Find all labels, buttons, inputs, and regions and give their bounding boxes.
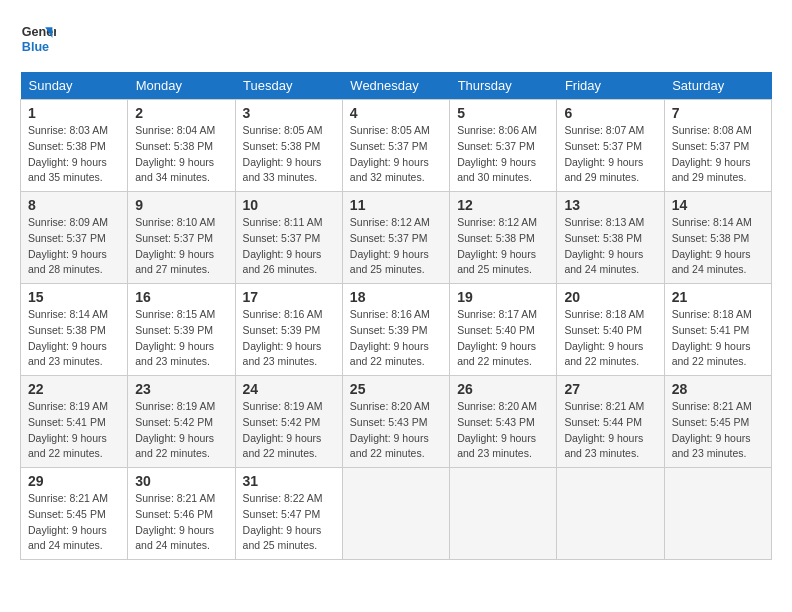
calendar-cell: 3 Sunrise: 8:05 AMSunset: 5:38 PMDayligh… xyxy=(235,100,342,192)
day-detail: Sunrise: 8:03 AMSunset: 5:38 PMDaylight:… xyxy=(28,124,108,183)
day-detail: Sunrise: 8:19 AMSunset: 5:41 PMDaylight:… xyxy=(28,400,108,459)
day-number: 5 xyxy=(457,105,549,121)
calendar-cell: 24 Sunrise: 8:19 AMSunset: 5:42 PMDaylig… xyxy=(235,376,342,468)
day-detail: Sunrise: 8:04 AMSunset: 5:38 PMDaylight:… xyxy=(135,124,215,183)
day-detail: Sunrise: 8:21 AMSunset: 5:44 PMDaylight:… xyxy=(564,400,644,459)
calendar-week-row: 22 Sunrise: 8:19 AMSunset: 5:41 PMDaylig… xyxy=(21,376,772,468)
calendar-cell: 28 Sunrise: 8:21 AMSunset: 5:45 PMDaylig… xyxy=(664,376,771,468)
day-number: 13 xyxy=(564,197,656,213)
day-detail: Sunrise: 8:06 AMSunset: 5:37 PMDaylight:… xyxy=(457,124,537,183)
day-detail: Sunrise: 8:09 AMSunset: 5:37 PMDaylight:… xyxy=(28,216,108,275)
calendar-cell: 10 Sunrise: 8:11 AMSunset: 5:37 PMDaylig… xyxy=(235,192,342,284)
day-number: 27 xyxy=(564,381,656,397)
calendar-table: Sunday Monday Tuesday Wednesday Thursday… xyxy=(20,72,772,560)
calendar-cell: 30 Sunrise: 8:21 AMSunset: 5:46 PMDaylig… xyxy=(128,468,235,560)
header-friday: Friday xyxy=(557,72,664,100)
day-number: 9 xyxy=(135,197,227,213)
day-number: 18 xyxy=(350,289,442,305)
calendar-cell: 22 Sunrise: 8:19 AMSunset: 5:41 PMDaylig… xyxy=(21,376,128,468)
day-detail: Sunrise: 8:05 AMSunset: 5:37 PMDaylight:… xyxy=(350,124,430,183)
header-sunday: Sunday xyxy=(21,72,128,100)
day-number: 3 xyxy=(243,105,335,121)
calendar-cell: 12 Sunrise: 8:12 AMSunset: 5:38 PMDaylig… xyxy=(450,192,557,284)
day-detail: Sunrise: 8:21 AMSunset: 5:45 PMDaylight:… xyxy=(28,492,108,551)
calendar-cell: 9 Sunrise: 8:10 AMSunset: 5:37 PMDayligh… xyxy=(128,192,235,284)
calendar-week-row: 1 Sunrise: 8:03 AMSunset: 5:38 PMDayligh… xyxy=(21,100,772,192)
logo-icon: General Blue xyxy=(20,20,56,56)
calendar-cell: 27 Sunrise: 8:21 AMSunset: 5:44 PMDaylig… xyxy=(557,376,664,468)
day-detail: Sunrise: 8:05 AMSunset: 5:38 PMDaylight:… xyxy=(243,124,323,183)
header-saturday: Saturday xyxy=(664,72,771,100)
day-number: 23 xyxy=(135,381,227,397)
calendar-week-row: 29 Sunrise: 8:21 AMSunset: 5:45 PMDaylig… xyxy=(21,468,772,560)
calendar-week-row: 8 Sunrise: 8:09 AMSunset: 5:37 PMDayligh… xyxy=(21,192,772,284)
calendar-cell: 14 Sunrise: 8:14 AMSunset: 5:38 PMDaylig… xyxy=(664,192,771,284)
day-number: 6 xyxy=(564,105,656,121)
day-number: 14 xyxy=(672,197,764,213)
day-detail: Sunrise: 8:15 AMSunset: 5:39 PMDaylight:… xyxy=(135,308,215,367)
day-detail: Sunrise: 8:13 AMSunset: 5:38 PMDaylight:… xyxy=(564,216,644,275)
calendar-cell: 4 Sunrise: 8:05 AMSunset: 5:37 PMDayligh… xyxy=(342,100,449,192)
day-detail: Sunrise: 8:16 AMSunset: 5:39 PMDaylight:… xyxy=(350,308,430,367)
logo: General Blue xyxy=(20,20,56,56)
calendar-cell xyxy=(342,468,449,560)
day-detail: Sunrise: 8:20 AMSunset: 5:43 PMDaylight:… xyxy=(350,400,430,459)
calendar-cell: 1 Sunrise: 8:03 AMSunset: 5:38 PMDayligh… xyxy=(21,100,128,192)
day-detail: Sunrise: 8:19 AMSunset: 5:42 PMDaylight:… xyxy=(135,400,215,459)
calendar-cell xyxy=(450,468,557,560)
calendar-cell: 2 Sunrise: 8:04 AMSunset: 5:38 PMDayligh… xyxy=(128,100,235,192)
day-detail: Sunrise: 8:21 AMSunset: 5:45 PMDaylight:… xyxy=(672,400,752,459)
day-number: 30 xyxy=(135,473,227,489)
day-number: 22 xyxy=(28,381,120,397)
calendar-cell xyxy=(557,468,664,560)
calendar-cell: 17 Sunrise: 8:16 AMSunset: 5:39 PMDaylig… xyxy=(235,284,342,376)
day-number: 12 xyxy=(457,197,549,213)
svg-text:Blue: Blue xyxy=(22,40,49,54)
day-detail: Sunrise: 8:18 AMSunset: 5:41 PMDaylight:… xyxy=(672,308,752,367)
day-number: 16 xyxy=(135,289,227,305)
day-number: 10 xyxy=(243,197,335,213)
calendar-cell: 29 Sunrise: 8:21 AMSunset: 5:45 PMDaylig… xyxy=(21,468,128,560)
day-number: 25 xyxy=(350,381,442,397)
calendar-cell xyxy=(664,468,771,560)
calendar-cell: 13 Sunrise: 8:13 AMSunset: 5:38 PMDaylig… xyxy=(557,192,664,284)
day-number: 8 xyxy=(28,197,120,213)
day-number: 7 xyxy=(672,105,764,121)
day-number: 17 xyxy=(243,289,335,305)
calendar-cell: 7 Sunrise: 8:08 AMSunset: 5:37 PMDayligh… xyxy=(664,100,771,192)
day-number: 28 xyxy=(672,381,764,397)
day-detail: Sunrise: 8:16 AMSunset: 5:39 PMDaylight:… xyxy=(243,308,323,367)
calendar-cell: 18 Sunrise: 8:16 AMSunset: 5:39 PMDaylig… xyxy=(342,284,449,376)
day-detail: Sunrise: 8:14 AMSunset: 5:38 PMDaylight:… xyxy=(672,216,752,275)
header-monday: Monday xyxy=(128,72,235,100)
day-number: 29 xyxy=(28,473,120,489)
day-number: 15 xyxy=(28,289,120,305)
header-tuesday: Tuesday xyxy=(235,72,342,100)
calendar-cell: 15 Sunrise: 8:14 AMSunset: 5:38 PMDaylig… xyxy=(21,284,128,376)
day-number: 4 xyxy=(350,105,442,121)
day-number: 2 xyxy=(135,105,227,121)
day-number: 19 xyxy=(457,289,549,305)
day-detail: Sunrise: 8:12 AMSunset: 5:38 PMDaylight:… xyxy=(457,216,537,275)
calendar-cell: 19 Sunrise: 8:17 AMSunset: 5:40 PMDaylig… xyxy=(450,284,557,376)
day-detail: Sunrise: 8:07 AMSunset: 5:37 PMDaylight:… xyxy=(564,124,644,183)
header-thursday: Thursday xyxy=(450,72,557,100)
day-detail: Sunrise: 8:14 AMSunset: 5:38 PMDaylight:… xyxy=(28,308,108,367)
page-header: General Blue xyxy=(20,20,772,56)
calendar-cell: 6 Sunrise: 8:07 AMSunset: 5:37 PMDayligh… xyxy=(557,100,664,192)
day-detail: Sunrise: 8:11 AMSunset: 5:37 PMDaylight:… xyxy=(243,216,323,275)
day-detail: Sunrise: 8:17 AMSunset: 5:40 PMDaylight:… xyxy=(457,308,537,367)
day-detail: Sunrise: 8:19 AMSunset: 5:42 PMDaylight:… xyxy=(243,400,323,459)
day-number: 20 xyxy=(564,289,656,305)
day-detail: Sunrise: 8:22 AMSunset: 5:47 PMDaylight:… xyxy=(243,492,323,551)
calendar-cell: 26 Sunrise: 8:20 AMSunset: 5:43 PMDaylig… xyxy=(450,376,557,468)
day-number: 21 xyxy=(672,289,764,305)
calendar-body: 1 Sunrise: 8:03 AMSunset: 5:38 PMDayligh… xyxy=(21,100,772,560)
calendar-cell: 23 Sunrise: 8:19 AMSunset: 5:42 PMDaylig… xyxy=(128,376,235,468)
day-number: 24 xyxy=(243,381,335,397)
day-number: 26 xyxy=(457,381,549,397)
day-number: 11 xyxy=(350,197,442,213)
calendar-cell: 5 Sunrise: 8:06 AMSunset: 5:37 PMDayligh… xyxy=(450,100,557,192)
header-wednesday: Wednesday xyxy=(342,72,449,100)
calendar-cell: 25 Sunrise: 8:20 AMSunset: 5:43 PMDaylig… xyxy=(342,376,449,468)
